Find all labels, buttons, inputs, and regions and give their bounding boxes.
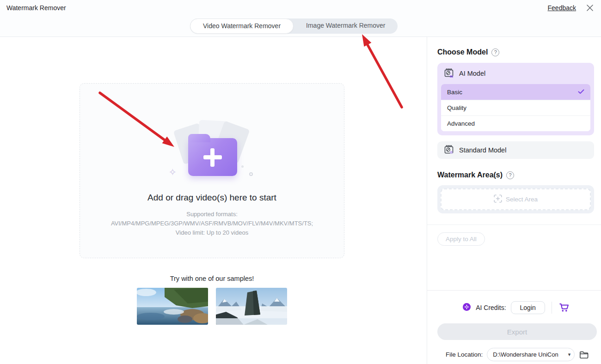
file-location-dropdown[interactable]: D:\Wondershare UniCon ▾	[487, 348, 575, 361]
tab-image-watermark-remover[interactable]: Image Watermark Remover	[294, 18, 398, 34]
plus-icon	[210, 148, 215, 167]
dropzone-hint: Supported formats: AVI/MP4/MPG/MPEG/3GP/…	[111, 210, 313, 237]
close-icon[interactable]	[585, 3, 595, 12]
sparkle-icon: ✧	[169, 167, 177, 178]
ai-model-option[interactable]: AI AI Model	[437, 63, 594, 84]
ai-model-card: AI AI Model Basic Quality	[437, 63, 594, 135]
samples-title: Try with one of our samples!	[80, 275, 344, 282]
model-option-label: Advanced	[447, 120, 475, 127]
choose-model-label: Choose Model	[437, 48, 488, 56]
login-button[interactable]: Login	[511, 301, 545, 314]
browse-folder-icon[interactable]	[579, 350, 589, 360]
panel-footer: AI Credits: Login Export File Location: …	[427, 290, 601, 364]
samples-section: Try with one of our samples!	[80, 275, 344, 325]
model-option-basic[interactable]: Basic	[441, 84, 590, 100]
tab-video-watermark-remover[interactable]: Video Watermark Remover	[190, 18, 294, 34]
watermark-areas-label: Watermark Area(s)	[437, 171, 503, 179]
select-area-icon	[494, 194, 502, 204]
add-folder-icon	[188, 138, 237, 176]
divider	[552, 302, 552, 314]
settings-panel: Choose Model ? AI AI Model Basi	[427, 37, 601, 364]
checkmark-icon	[578, 89, 584, 96]
file-location-label: File Location:	[446, 351, 483, 358]
sample-thumbnail-river[interactable]	[137, 288, 208, 325]
main-content: ✧ Add or drag video(s) here to start Sup…	[0, 37, 427, 364]
file-location-value: D:\Wondershare UniCon	[493, 351, 567, 358]
watermark-area-card: Select Area	[437, 185, 594, 213]
standard-model-icon	[443, 144, 454, 157]
feedback-link[interactable]: Feedback	[548, 4, 576, 12]
ai-model-label: AI Model	[459, 70, 485, 77]
sample-thumbnail-mountain[interactable]	[216, 288, 287, 325]
add-video-dropzone[interactable]: ✧ Add or drag video(s) here to start Sup…	[80, 83, 344, 258]
cart-icon[interactable]	[558, 302, 570, 313]
model-option-label: Quality	[447, 104, 466, 111]
select-area-button[interactable]: Select Area	[441, 188, 591, 210]
dropzone-title: Add or drag video(s) here to start	[147, 193, 276, 203]
supported-formats-label: Supported formats:	[111, 210, 313, 219]
title-bar: Watermark Remover Video Watermark Remove…	[0, 0, 601, 37]
model-option-label: Basic	[447, 89, 462, 96]
help-icon[interactable]: ?	[506, 171, 514, 179]
standard-model-label: Standard Model	[459, 146, 506, 154]
svg-text:AI: AI	[450, 74, 453, 78]
ai-model-options-list: Basic Quality Advanced	[441, 84, 590, 131]
help-icon[interactable]: ?	[491, 49, 499, 56]
ai-credits-label: AI Credits:	[476, 304, 506, 311]
decor-dot	[249, 172, 253, 176]
export-button[interactable]: Export	[437, 323, 597, 340]
select-area-label: Select Area	[506, 196, 538, 203]
watermark-areas-heading: Watermark Area(s) ?	[437, 171, 594, 179]
video-limit: Video limit: Up to 20 videos	[111, 228, 313, 237]
mode-tabbar: Video Watermark Remover Image Watermark …	[190, 18, 398, 34]
chevron-down-icon: ▾	[568, 352, 571, 358]
ai-model-icon: AI	[443, 67, 454, 80]
standard-model-option[interactable]: Standard Model	[437, 141, 594, 159]
model-option-advanced[interactable]: Advanced	[441, 115, 590, 131]
apply-to-all-button[interactable]: Apply to All	[437, 232, 485, 246]
divider	[427, 224, 601, 225]
ai-credits-icon	[462, 303, 471, 313]
model-option-quality[interactable]: Quality	[441, 100, 590, 115]
folder-illustration: ✧	[161, 120, 263, 179]
page-title: Watermark Remover	[6, 4, 66, 12]
supported-formats-list: AVI/MP4/MPG/MPEG/3GP/WMV/ASF/RMVB/MOV/FL…	[111, 219, 313, 228]
choose-model-heading: Choose Model ?	[437, 48, 594, 56]
decor-dot	[241, 165, 244, 168]
